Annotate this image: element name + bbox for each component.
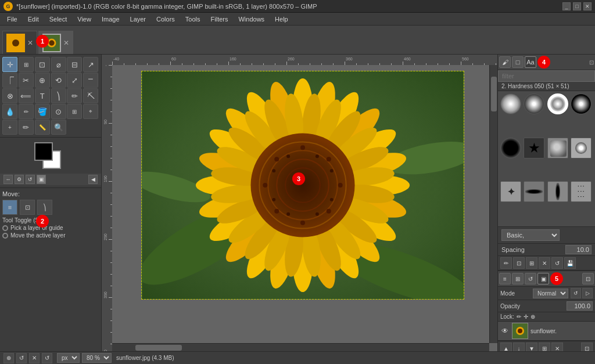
maximize-button[interactable]: □ <box>573 2 581 10</box>
menu-filters[interactable]: Filters <box>206 15 233 24</box>
brushes-tool-tab[interactable]: 🖌 <box>499 56 511 68</box>
tool-ellipse-select[interactable]: ⌀ <box>51 57 66 72</box>
brush-tool-icon-delete[interactable]: ✕ <box>539 257 550 269</box>
scrollbar-h-thumb[interactable] <box>135 345 182 351</box>
brush-tool-icon-refresh[interactable]: ↺ <box>551 257 563 269</box>
panel-collapse[interactable]: ◀ <box>88 175 98 184</box>
brush-tool-icon-edit[interactable]: ✏ <box>500 257 512 269</box>
layers-tool-duplicate[interactable]: ⊞ <box>539 343 550 351</box>
unit-select[interactable]: px <box>57 353 80 363</box>
tool-select-by-color[interactable]: ⎾ <box>2 73 17 88</box>
spacing-input[interactable] <box>565 245 592 254</box>
tool-rotate[interactable]: ⟲ <box>51 73 66 88</box>
opacity-input[interactable] <box>567 301 593 311</box>
layers-tab-undo[interactable]: ↺ <box>525 273 536 284</box>
tool-rect-select[interactable]: ⊡ <box>35 57 50 72</box>
mode-icon-1[interactable]: ↺ <box>571 288 581 298</box>
vertical-scrollbar[interactable] <box>489 65 497 343</box>
menu-help[interactable]: Help <box>270 15 293 24</box>
tool-ink[interactable]: ✏ <box>19 104 34 119</box>
scrollbar-v-thumb[interactable] <box>491 77 497 111</box>
canvas-area[interactable]: 3 <box>112 65 489 343</box>
brush-cell-4[interactable] <box>571 93 592 114</box>
status-icon-zoom-fit[interactable]: ⊕ <box>3 353 14 363</box>
mode-icon-2[interactable]: ▷ <box>582 288 593 298</box>
brush-tool-icon-save[interactable]: 💾 <box>564 257 576 269</box>
panel-icon-move[interactable]: ↔ <box>3 175 13 184</box>
tab-close-2[interactable]: ✕ <box>63 39 69 47</box>
brush-cell-8[interactable] <box>571 138 592 158</box>
brush-cell-6[interactable]: ★ <box>524 138 544 158</box>
tool-scissors[interactable]: ✂ <box>19 73 34 88</box>
panel-icon-snap[interactable]: ▣ <box>37 175 46 184</box>
brush-cell-3-selected[interactable] <box>547 93 568 114</box>
close-button[interactable]: ✕ <box>583 2 592 10</box>
status-icon-undo[interactable]: ↺ <box>42 353 52 363</box>
brush-cell-2[interactable] <box>524 93 544 114</box>
tool-fuzzy-select[interactable]: ↗ <box>83 57 98 72</box>
menu-file[interactable]: File <box>2 15 22 24</box>
image-tab-2[interactable]: ✕ <box>38 31 73 54</box>
tool-text[interactable]: T <box>35 88 50 103</box>
tool-blend[interactable]: ⊙ <box>51 104 66 119</box>
tool-eraser[interactable]: ⊞ <box>67 104 82 119</box>
brush-preset-select[interactable]: Basic, <box>501 229 560 241</box>
layers-panel-close[interactable]: ⊡ <box>582 273 594 284</box>
tool-heal[interactable]: + <box>2 120 17 135</box>
menu-image[interactable]: Image <box>97 15 124 24</box>
layer-item-sunflower[interactable]: 👁 sunflower. <box>498 322 595 341</box>
tool-flip[interactable]: ⟸ <box>19 88 34 103</box>
tool-paintbrush[interactable]: ✏ <box>67 88 82 103</box>
menu-edit[interactable]: Edit <box>23 15 44 24</box>
lock-icon-pixels[interactable]: ✏ <box>517 313 521 320</box>
tool-measure[interactable]: 📏 <box>35 120 50 135</box>
tool-perspective[interactable]: ⊗ <box>2 88 17 103</box>
tool-crop[interactable]: ⊕ <box>35 73 50 88</box>
tool-bucket-fill[interactable]: 🪣 <box>35 104 50 119</box>
brush-filter-input[interactable] <box>498 70 595 82</box>
image-tab-1[interactable]: ✕ <box>2 31 37 54</box>
tool-airbrush[interactable]: 💧 <box>2 104 17 119</box>
menu-windows[interactable]: Windows <box>234 15 269 24</box>
status-icon-info[interactable]: ✕ <box>29 353 40 363</box>
tool-clone[interactable]: ⌖ <box>83 104 98 119</box>
menu-colors[interactable]: Colors <box>152 15 180 24</box>
status-icon-zoom-1x[interactable]: ↺ <box>16 353 27 363</box>
radio-pick-layer[interactable]: Pick a layer or guide <box>2 225 99 231</box>
menu-tools[interactable]: Tools <box>181 15 205 24</box>
tool-zoom[interactable]: 🔍 <box>51 120 66 135</box>
menu-layer[interactable]: Layer <box>126 15 151 24</box>
layers-tool-eye[interactable]: ▲ <box>500 343 512 351</box>
panel-icon-history[interactable]: ↺ <box>26 175 35 184</box>
lock-icon-position[interactable]: ✛ <box>524 313 528 320</box>
lock-icon-alpha[interactable]: ⊕ <box>531 313 535 320</box>
tool-path[interactable]: ⎞ <box>51 88 66 103</box>
tool-move[interactable]: ✛ <box>2 57 17 72</box>
tool-scale[interactable]: ⤢ <box>67 73 82 88</box>
radio-move-active[interactable]: Move the active layer <box>2 232 99 239</box>
layers-tab-layers[interactable]: ▣ <box>537 273 549 284</box>
horizontal-scrollbar[interactable] <box>112 343 489 351</box>
tool-free-select[interactable]: ⊟ <box>67 57 82 72</box>
tool-shear[interactable]: ⎻ <box>83 73 98 88</box>
panel-close-btn[interactable]: ⊡ <box>589 59 594 66</box>
layers-tool-merge[interactable]: ⊡ <box>581 343 593 351</box>
menu-view[interactable]: View <box>73 15 96 24</box>
brushes-pattern-tab[interactable]: □ <box>512 56 524 68</box>
brush-tool-icon-copy[interactable]: ⊡ <box>513 257 525 269</box>
brush-cell-12[interactable]: · · ·· · ·· · · <box>571 181 592 202</box>
mode-select[interactable]: Normal <box>533 289 568 298</box>
brush-tool-icon-duplicate[interactable]: ⊞ <box>526 257 537 269</box>
layers-tab-channels[interactable]: ≡ <box>499 273 511 284</box>
move-option-path[interactable]: ⎞ <box>37 200 52 215</box>
tool-align[interactable]: ⊞ <box>19 57 34 72</box>
brush-cell-11[interactable] <box>547 181 568 202</box>
brushes-brushes-tab[interactable]: Aa <box>525 56 536 68</box>
move-option-selection[interactable]: ⊡ <box>20 200 35 215</box>
layer-visibility-eye[interactable]: 👁 <box>500 326 510 336</box>
menu-select[interactable]: Select <box>45 15 72 24</box>
tool-color-picker[interactable]: ✏ <box>19 120 34 135</box>
brush-cell-7[interactable] <box>547 138 568 158</box>
layers-tool-anchor[interactable]: ↓ <box>513 343 525 351</box>
brush-cell-10[interactable] <box>524 181 544 202</box>
